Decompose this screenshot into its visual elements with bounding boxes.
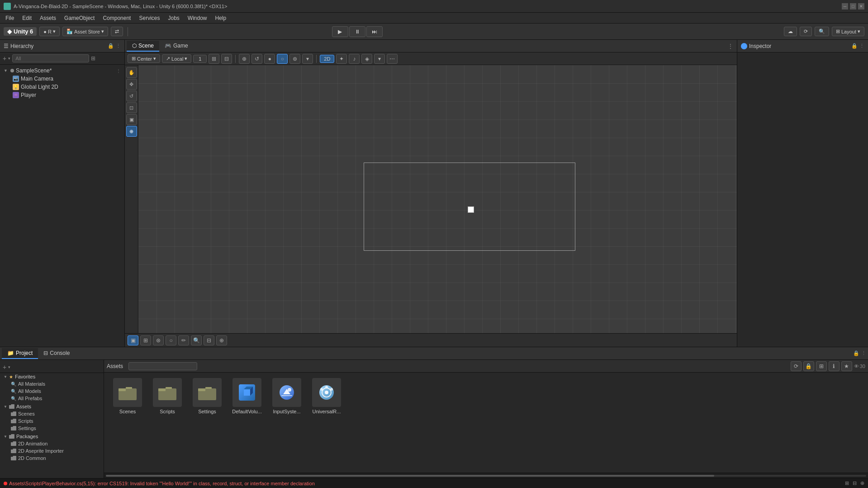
tab-game[interactable]: 🎮 Game <box>159 41 194 52</box>
hierarchy-maincamera-item[interactable]: 📷 Main Camera <box>0 75 124 83</box>
error-status[interactable]: Assets\Scripts\PlayerBehavior.cs(5,15): … <box>4 481 315 486</box>
audio-button[interactable]: ♪ <box>349 54 360 64</box>
bottom-search-tool[interactable]: 🔍 <box>191 335 202 345</box>
pause-button[interactable]: ⏸ <box>349 26 365 37</box>
lighting-button[interactable]: ✦ <box>336 54 347 64</box>
rect-tool-button[interactable]: ▣ <box>126 114 137 125</box>
tab-scene[interactable]: ⬡ Scene <box>127 41 159 52</box>
scene-player-object[interactable] <box>468 206 474 213</box>
move-tool-button[interactable]: ✥ <box>126 79 137 90</box>
search-button[interactable]: 🔍 <box>815 27 829 36</box>
step-button[interactable]: ⏭ <box>366 26 383 37</box>
hierarchy-player-item[interactable]: 👾 Player <box>0 91 124 99</box>
favorites-header[interactable]: ▼ ★ Favorites <box>0 373 104 380</box>
bottom-lock-icon[interactable]: 🔒 <box>853 350 859 356</box>
history-button[interactable]: ⟳ <box>800 27 812 36</box>
grid-button[interactable]: ⊞ <box>209 54 219 64</box>
asset-scripts[interactable]: Scripts <box>149 378 185 414</box>
hierarchy-search-input[interactable] <box>12 54 89 62</box>
asset-universalr[interactable]: UniversalR... <box>308 378 345 414</box>
assets-filter-button[interactable]: ⊞ <box>816 361 827 371</box>
bottom-circle-tool[interactable]: ○ <box>166 335 176 345</box>
packages-section-header[interactable]: ▼ Packages <box>0 433 104 440</box>
maximize-button[interactable]: □ <box>850 3 856 10</box>
hierarchy-scene-item[interactable]: ▼ SampleScene* ⋮ <box>0 67 124 75</box>
project-add-button[interactable]: + <box>3 364 6 371</box>
more-scene-btn[interactable]: ⋯ <box>387 54 398 64</box>
asset-scenes[interactable]: Scenes <box>109 378 146 414</box>
gizmos-button[interactable]: ▾ <box>374 54 385 64</box>
rotate-tool-icon[interactable]: ↺ <box>251 54 262 64</box>
inspector-more-icon[interactable]: ⋮ <box>859 43 864 49</box>
menu-help[interactable]: Help <box>212 14 230 22</box>
hierarchy-more-icon[interactable]: ⋮ <box>116 43 121 49</box>
asset-defaultvolume[interactable]: DefaultVolu... <box>229 378 265 414</box>
tabs-menu-button[interactable]: ⋮ <box>726 42 735 51</box>
account-button[interactable]: ● R ▾ <box>39 27 60 36</box>
asset-inputsystem[interactable]: InputSyste... <box>269 378 305 414</box>
all-prefabs-item[interactable]: 🔍 All Prefabs <box>0 395 104 402</box>
bottom-more-icon[interactable]: ⋮ <box>861 350 866 356</box>
tab-project[interactable]: 📁 Project <box>2 348 38 359</box>
hand-tool-button[interactable]: ✋ <box>126 67 137 78</box>
menu-edit[interactable]: Edit <box>19 14 35 22</box>
assets-star-button[interactable]: ★ <box>841 361 852 371</box>
menu-jobs[interactable]: Jobs <box>164 14 183 22</box>
bottom-snap-tool[interactable]: ⊟ <box>204 335 214 345</box>
scale-tool-button[interactable]: ⊡ <box>126 102 137 113</box>
bottom-brush-tool[interactable]: ✏ <box>178 335 189 345</box>
assets-lock-button[interactable]: 🔒 <box>803 361 814 371</box>
asset-settings[interactable]: Settings <box>189 378 225 414</box>
hierarchy-globallight-item[interactable]: 💡 Global Light 2D <box>0 83 124 91</box>
minimize-button[interactable]: ─ <box>842 3 848 10</box>
2d-aseprite-item[interactable]: 2D Aseprite Importer <box>0 447 104 455</box>
bottom-grid-tool[interactable]: ⊞ <box>140 335 151 345</box>
status-icon-2[interactable]: ⊟ <box>853 480 857 486</box>
transform-tool-icon[interactable]: ⊛ <box>289 54 300 64</box>
center-pivot-button[interactable]: ⊞ Center ▾ <box>128 54 160 63</box>
unity-logo[interactable]: ◆ Unity 6 <box>4 27 37 36</box>
assets-scrollbar[interactable] <box>104 473 868 478</box>
cloud-button[interactable]: ☁ <box>784 27 797 36</box>
settings-item[interactable]: Settings <box>0 425 104 432</box>
scenes-item[interactable]: Scenes <box>0 410 104 417</box>
scripts-item[interactable]: Scripts <box>0 417 104 425</box>
menu-services[interactable]: Services <box>135 14 163 22</box>
inspector-lock-icon[interactable]: 🔒 <box>851 43 858 49</box>
play-button[interactable]: ▶ <box>332 26 348 37</box>
rect-tool-icon[interactable]: ○ <box>277 54 288 64</box>
layout-button[interactable]: ⊞ Layout ▾ <box>832 27 864 36</box>
effects-button[interactable]: ◈ <box>361 54 372 64</box>
menu-gameobject[interactable]: GameObject <box>61 14 98 22</box>
custom-tool-icon[interactable]: ▾ <box>302 54 313 64</box>
all-materials-item[interactable]: 🔍 All Materials <box>0 380 104 388</box>
close-button[interactable]: ✕ <box>858 3 864 10</box>
search-type-icon[interactable]: ⊞ <box>91 55 95 62</box>
hierarchy-lock-icon[interactable]: 🔒 <box>108 43 114 49</box>
menu-assets[interactable]: Assets <box>36 14 60 22</box>
add-button[interactable]: + <box>3 55 6 62</box>
2d-animation-item[interactable]: 2D Animation <box>0 440 104 447</box>
scale-tool-icon[interactable]: ● <box>264 54 275 64</box>
move-tool-icon[interactable]: ⊕ <box>239 54 250 64</box>
snap-button[interactable]: ⊟ <box>221 54 232 64</box>
transform-all-tool-button[interactable]: ⊕ <box>126 126 137 137</box>
assets-search-input[interactable] <box>128 362 197 370</box>
2d-mode-button[interactable]: 2D <box>320 55 334 63</box>
collaborate-button[interactable]: ⇄ <box>111 27 123 36</box>
status-icon-3[interactable]: ⊕ <box>860 480 864 486</box>
grid-snap-input[interactable]: 1 <box>193 55 207 63</box>
status-icon-1[interactable]: ⊞ <box>845 480 849 486</box>
menu-window[interactable]: Window <box>184 14 211 22</box>
assets-refresh-button[interactable]: ⟳ <box>791 361 802 371</box>
bottom-physics-tool[interactable]: ⊛ <box>153 335 164 345</box>
bottom-random-tool[interactable]: ⊕ <box>216 335 227 345</box>
local-global-button[interactable]: ↗ Local ▾ <box>162 54 191 63</box>
2d-common-item[interactable]: 2D Common <box>0 455 104 462</box>
bottom-rect-tool[interactable]: ▣ <box>128 335 138 345</box>
add-chevron-icon[interactable]: ▾ <box>8 56 10 61</box>
tab-console[interactable]: ⊟ Console <box>38 348 75 359</box>
window-controls[interactable]: ─ □ ✕ <box>842 3 864 10</box>
assets-section-header[interactable]: ▼ Assets <box>0 403 104 410</box>
assets-info-button[interactable]: ℹ <box>829 361 840 371</box>
